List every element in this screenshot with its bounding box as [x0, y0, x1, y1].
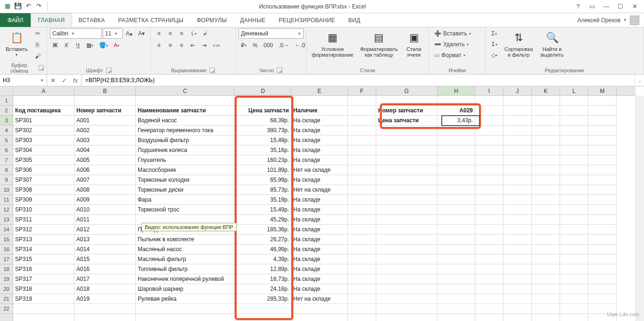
cell[interactable] [560, 126, 588, 135]
tab-pagelayout[interactable]: РАЗМЕТКА СТРАНИЦЫ [111, 13, 190, 27]
cell[interactable]: Тормозные диски [136, 185, 235, 195]
column-header-M[interactable]: M [588, 86, 617, 95]
column-header-G[interactable]: G [376, 86, 438, 95]
column-header-H[interactable]: H [438, 86, 475, 95]
cell[interactable] [291, 304, 348, 314]
cell[interactable] [348, 314, 376, 321]
maximize-icon[interactable]: ☐ [614, 2, 627, 11]
cell[interactable] [376, 245, 438, 254]
vertical-scrollbar[interactable] [636, 96, 644, 321]
cell[interactable]: 160,23р. [235, 155, 291, 165]
row-header-20[interactable]: 20 [0, 284, 13, 294]
cell[interactable] [560, 215, 588, 225]
cell[interactable]: SP313 [13, 235, 74, 245]
enter-formula-icon[interactable]: ✓ [58, 77, 70, 84]
cell[interactable] [74, 314, 136, 321]
save-icon[interactable]: 💾 [14, 2, 22, 10]
cell[interactable] [348, 175, 376, 185]
cell[interactable]: 380,73р. [235, 126, 291, 135]
bold-button[interactable]: Ж [50, 40, 60, 51]
cell[interactable] [136, 304, 235, 314]
cell[interactable]: SP303 [13, 135, 74, 145]
cell[interactable]: Тормозные колодки [136, 175, 235, 185]
align-top-icon[interactable]: ≡ [154, 28, 164, 39]
cell[interactable] [475, 304, 504, 314]
cell[interactable] [348, 165, 376, 175]
cell[interactable] [74, 304, 136, 314]
cell[interactable] [475, 126, 504, 135]
cell[interactable] [504, 106, 532, 116]
sort-filter-button[interactable]: ⇅Сортировка и фильтр [502, 28, 536, 59]
cell[interactable]: A001 [74, 116, 136, 126]
row-headers[interactable]: 12345678910111213141516171819202122 [0, 96, 13, 321]
cell[interactable]: На складе [291, 284, 348, 294]
cell[interactable] [504, 116, 532, 126]
cell[interactable] [560, 304, 588, 314]
conditional-formatting-button[interactable]: ▦Условное форматирование [309, 28, 356, 59]
cell-styles-button[interactable]: ▣Стили ячеек [402, 28, 426, 59]
cell[interactable] [438, 165, 475, 175]
cell[interactable] [475, 195, 504, 205]
cell[interactable]: A008 [74, 185, 136, 195]
cell[interactable] [560, 185, 588, 195]
tab-review[interactable]: РЕЦЕНЗИРОВАНИЕ [272, 13, 342, 27]
cell[interactable]: 35,16р. [235, 145, 291, 155]
clear-icon[interactable]: ◇▾ [488, 50, 500, 60]
cell[interactable] [588, 165, 617, 175]
cell[interactable] [504, 96, 532, 106]
cell[interactable] [532, 155, 560, 165]
cell[interactable]: На складе [291, 215, 348, 225]
select-all-corner[interactable] [0, 86, 13, 96]
row-header-2[interactable]: 2 [0, 106, 13, 116]
column-header-A[interactable]: A [13, 86, 74, 95]
cell[interactable]: 3,43р. [438, 116, 475, 126]
cell[interactable]: A015 [74, 254, 136, 264]
cell[interactable] [475, 145, 504, 155]
cell[interactable] [376, 215, 438, 225]
cell[interactable] [376, 185, 438, 195]
cell[interactable]: Нет на складе [291, 165, 348, 175]
cell[interactable]: 45,29р. [235, 215, 291, 225]
cell[interactable] [560, 195, 588, 205]
cell[interactable]: SP312 [13, 225, 74, 235]
cell[interactable]: A018 [74, 284, 136, 294]
insert-cells-button[interactable]: ➕Вставить▾ [432, 28, 473, 39]
tab-view[interactable]: ВИД [342, 13, 367, 27]
cell[interactable] [348, 205, 376, 215]
cell[interactable] [560, 235, 588, 245]
cell[interactable] [376, 155, 438, 165]
cell[interactable] [438, 314, 475, 321]
cell[interactable] [376, 145, 438, 155]
cell[interactable] [438, 195, 475, 205]
row-header-11[interactable]: 11 [0, 195, 13, 205]
cell[interactable] [235, 96, 291, 106]
cell[interactable]: A012 [74, 225, 136, 235]
cell[interactable] [504, 235, 532, 245]
cell[interactable]: SP314 [13, 245, 74, 254]
cell[interactable] [560, 264, 588, 274]
cell[interactable]: A017 [74, 274, 136, 284]
cell[interactable] [438, 274, 475, 284]
cell[interactable] [475, 284, 504, 294]
row-header-9[interactable]: 9 [0, 175, 13, 185]
cell[interactable] [504, 314, 532, 321]
cell[interactable] [532, 284, 560, 294]
cell[interactable] [348, 294, 376, 304]
column-header-K[interactable]: K [532, 86, 560, 95]
cell[interactable]: Нет на складе [291, 294, 348, 304]
tab-file[interactable]: ФАЙЛ [0, 13, 31, 27]
column-header-E[interactable]: E [291, 86, 348, 95]
row-header-10[interactable]: 10 [0, 185, 13, 195]
cell[interactable]: SP310 [13, 205, 74, 215]
tab-data[interactable]: ДАННЫЕ [233, 13, 272, 27]
cell[interactable]: На складе [291, 254, 348, 264]
cell[interactable] [13, 96, 74, 106]
cell[interactable]: На складе [291, 175, 348, 185]
cell[interactable] [438, 245, 475, 254]
dialog-launcher-icon[interactable] [209, 68, 215, 73]
cell[interactable] [438, 96, 475, 106]
cell[interactable] [136, 96, 235, 106]
column-header-F[interactable]: F [348, 86, 376, 95]
cell[interactable]: На складе [291, 235, 348, 245]
cell[interactable]: 4,39р. [235, 254, 291, 264]
